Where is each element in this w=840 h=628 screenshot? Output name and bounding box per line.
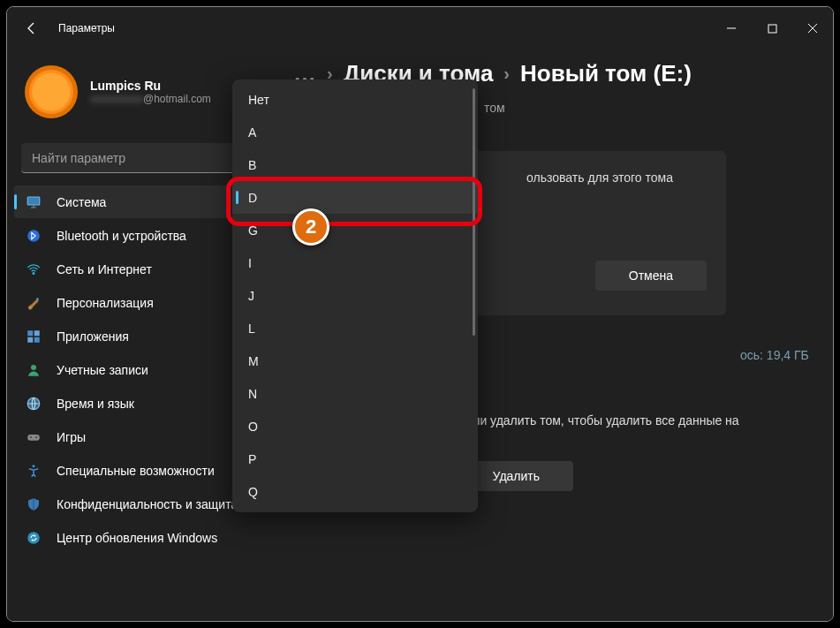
- bluetooth-icon: [25, 227, 42, 245]
- nav-label: Игры: [57, 430, 86, 444]
- nav-label: Специальные возможности: [57, 464, 215, 478]
- nav-item-8[interactable]: Специальные возможности: [14, 454, 265, 487]
- dropdown-option[interactable]: P: [232, 443, 478, 475]
- nav-item-3[interactable]: Персонализация: [14, 286, 265, 319]
- nav-item-4[interactable]: Приложения: [14, 320, 265, 352]
- globe-icon: [25, 395, 42, 412]
- usage-remaining: ось: 19,4 ГБ: [740, 348, 809, 362]
- partial-text: том: [484, 101, 505, 115]
- back-button[interactable]: [14, 11, 49, 46]
- nav-item-5[interactable]: Учетные записи: [14, 353, 265, 386]
- dropdown-scrollbar[interactable]: [473, 88, 475, 503]
- svg-rect-6: [34, 330, 40, 336]
- svg-rect-8: [34, 337, 40, 342]
- brush-icon: [25, 294, 42, 312]
- svg-point-15: [27, 532, 40, 544]
- nav-item-0[interactable]: Система: [14, 185, 265, 218]
- dropdown-option[interactable]: N: [232, 377, 478, 410]
- nav-label: Bluetooth и устройства: [57, 229, 186, 243]
- shield-icon: [25, 496, 42, 513]
- svg-rect-2: [27, 197, 40, 205]
- avatar: [25, 65, 78, 118]
- dropdown-option[interactable]: A: [232, 116, 478, 148]
- monitor-icon: [25, 193, 42, 211]
- svg-rect-0: [768, 25, 776, 33]
- nav-item-2[interactable]: Сеть и Интернет: [14, 253, 265, 285]
- svg-point-13: [35, 436, 37, 438]
- chevron-right-icon: ›: [503, 64, 510, 84]
- nav-label: Сеть и Интернет: [57, 262, 152, 276]
- nav-item-1[interactable]: Bluetooth и устройства: [14, 219, 265, 252]
- dropdown-option[interactable]: B: [232, 148, 478, 181]
- maximize-button[interactable]: [752, 11, 792, 46]
- dropdown-option[interactable]: O: [232, 410, 478, 443]
- svg-point-3: [27, 230, 40, 242]
- nav-item-7[interactable]: Игры: [14, 420, 265, 453]
- nav-label: Центр обновления Windows: [57, 531, 217, 545]
- minimize-button[interactable]: [711, 11, 752, 46]
- nav-label: Приложения: [57, 329, 129, 344]
- titlebar: Параметры: [7, 7, 833, 49]
- profile-email: xxxxxxxxxx@hotmail.com: [90, 93, 211, 105]
- close-button[interactable]: [792, 11, 833, 46]
- wifi-icon: [25, 261, 42, 278]
- nav-item-9[interactable]: Конфиденциальность и защита: [14, 488, 265, 520]
- dropdown-option[interactable]: J: [232, 279, 478, 312]
- svg-point-4: [33, 272, 34, 274]
- dropdown-option[interactable]: Q: [232, 475, 478, 508]
- annotation-badge: 2: [292, 208, 329, 246]
- nav-item-6[interactable]: Время и язык: [14, 387, 265, 420]
- breadcrumb-current: Новый том (E:): [520, 60, 692, 87]
- svg-rect-5: [27, 330, 33, 336]
- svg-rect-7: [27, 337, 33, 342]
- gamepad-icon: [25, 428, 42, 446]
- accessibility-icon: [25, 462, 42, 480]
- dropdown-option[interactable]: Нет: [232, 83, 478, 116]
- dropdown-option[interactable]: L: [232, 312, 478, 344]
- svg-point-14: [33, 465, 35, 467]
- profile-name: Lumpics Ru: [90, 79, 211, 93]
- nav-label: Время и язык: [57, 397, 134, 411]
- dropdown-option[interactable]: M: [232, 344, 478, 377]
- dropdown-option[interactable]: I: [232, 246, 478, 279]
- svg-point-12: [30, 436, 32, 438]
- apps-icon: [25, 328, 42, 345]
- svg-rect-11: [27, 435, 40, 441]
- user-icon: [25, 361, 42, 379]
- update-icon: [25, 529, 42, 547]
- nav-label: Персонализация: [57, 296, 154, 310]
- dropdown-option[interactable]: G: [232, 214, 478, 246]
- app-title: Параметры: [58, 22, 115, 34]
- nav-label: Конфиденциальность и защита: [57, 497, 238, 511]
- search-input[interactable]: [21, 143, 258, 173]
- cancel-button[interactable]: Отмена: [595, 261, 707, 291]
- svg-point-9: [31, 365, 36, 370]
- nav-item-10[interactable]: Центр обновления Windows: [14, 521, 265, 554]
- drive-letter-dropdown: НетABDGIJLMNOPQ: [232, 79, 478, 512]
- nav-label: Система: [57, 195, 106, 209]
- nav-label: Учетные записи: [57, 363, 148, 377]
- dropdown-option[interactable]: D: [232, 181, 478, 214]
